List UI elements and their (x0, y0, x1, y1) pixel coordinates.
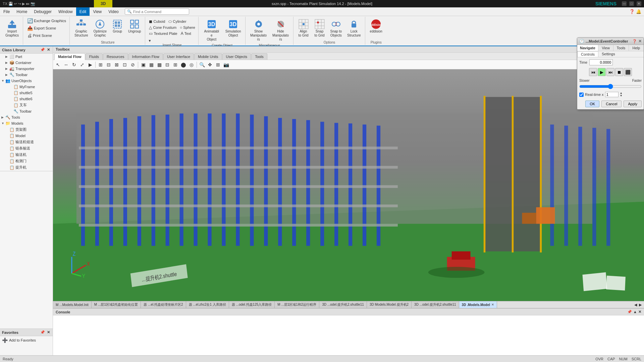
tree-item-part[interactable]: ▶⬜Part (0, 54, 53, 60)
tree-item-models[interactable]: ▼📁Models (0, 120, 53, 126)
console-pin-icon[interactable]: 📌 (627, 310, 632, 314)
help-icon[interactable]: ❓ (629, 9, 635, 14)
menu-view[interactable]: View (90, 7, 105, 16)
tab-tools[interactable]: Tools (251, 53, 267, 60)
graphic-structure-button[interactable]: GraphicStructure (72, 17, 90, 39)
tree-item-myframe[interactable]: 📋MyFrame (0, 84, 53, 90)
tree-item-toolbar[interactable]: ▶🔧Toolbar (0, 72, 53, 78)
play-btn[interactable]: ▶ (87, 61, 94, 68)
ec-apply-button[interactable]: Apply (624, 101, 642, 107)
maximize-button[interactable]: □ (629, 1, 634, 6)
quick-access-icons[interactable]: TX 💾 ↩ ↪ ▶ ⏭ 📷 (3, 2, 35, 6)
rotate-tool-btn[interactable]: ↻ (70, 61, 78, 68)
snap-to-objects-button[interactable]: Snap toObjects (328, 17, 344, 39)
animatable-object-button[interactable]: 3D AnimatableObject (201, 17, 222, 43)
align-to-grid-button[interactable]: Alignto Grid (296, 17, 311, 39)
sidebar-pin-icon[interactable]: 📌 (40, 47, 46, 52)
sidebar-close-icon[interactable]: ✕ (46, 47, 51, 52)
minimize-button[interactable]: — (622, 1, 627, 6)
btab-path2[interactable]: 器 ...odel.托盘125入库路径 (229, 301, 275, 308)
add-to-favorites-button[interactable]: ➕ Add to Favorites (0, 336, 53, 344)
sphere-button[interactable]: ○ Sphere (179, 25, 196, 30)
view3-btn[interactable]: ▩ (156, 61, 163, 68)
tree-item-shuttle5[interactable]: 📋shuttle5 (0, 90, 53, 96)
btab-scroll-right[interactable]: ▶ (638, 303, 643, 307)
group-button[interactable]: Group (110, 17, 125, 35)
grid-btn[interactable]: ⊞ (214, 61, 222, 68)
cylinder-button[interactable]: ⬭ Cylinder (167, 19, 187, 24)
ec-close-button[interactable]: ✕ (638, 39, 642, 44)
pan-btn[interactable]: ✥ (206, 61, 214, 68)
menu-file[interactable]: File (0, 7, 13, 16)
path-btn[interactable]: ⊘ (129, 61, 137, 68)
tree-item-chain[interactable]: 📋链条输送 (0, 145, 53, 152)
ec-reset-button[interactable]: ⬛ (624, 68, 632, 76)
zoom-btn[interactable]: 🔍 (198, 61, 206, 68)
view5-btn[interactable]: ⊞ (172, 61, 179, 68)
tree-item-forklift[interactable]: 📋叉车 (0, 102, 53, 108)
tree-item-transporter[interactable]: ▶🚛Transporter (0, 66, 53, 72)
btab-3d-shuttle11b[interactable]: 3D ...odel.提升机2.shuttle11 (412, 301, 459, 308)
btab-3d-lift[interactable]: 3D Models.Model.提升机2 (367, 301, 412, 308)
ec-fastforward-button[interactable]: ⏭ (606, 68, 614, 76)
tree-item-pallet[interactable]: 📋托盘 (0, 171, 53, 171)
view1-btn[interactable]: ▣ (140, 61, 147, 68)
tab-user-objects[interactable]: User Objects (222, 53, 251, 60)
edddision-button[interactable]: eddision eddision (368, 17, 384, 35)
tree-item-detect[interactable]: 📋检测门 (0, 158, 53, 164)
console-close-icon[interactable]: ✕ (638, 310, 641, 314)
view2-btn[interactable]: ▦ (148, 61, 155, 68)
tab-mobile-units[interactable]: Mobile Units (194, 53, 222, 60)
cone-frustum-button[interactable]: △ Cone Frustum (148, 25, 177, 30)
waypoint-btn[interactable]: ⊟ (105, 61, 112, 68)
tab-fluids[interactable]: Fluids (86, 53, 103, 60)
frame-btn[interactable]: ⊞ (97, 61, 104, 68)
ec-nav-view[interactable]: View (598, 45, 613, 51)
tree-item-container[interactable]: ▶📦Container (0, 60, 53, 66)
ec-help-icon[interactable]: ❓ (632, 39, 637, 44)
ec-nav-tools[interactable]: Tools (613, 45, 629, 51)
camera-btn[interactable]: 📷 (222, 61, 230, 68)
text-button[interactable]: A Text (180, 31, 192, 36)
btab-sort[interactable]: 器 ...el.托盘处理坐标片区2 (141, 301, 186, 308)
ec-rewind-button[interactable]: ⏮ (589, 68, 597, 76)
tab-information-flow[interactable]: Information Flow (128, 53, 163, 60)
btab-scroll-left[interactable]: ◀ (633, 303, 638, 307)
tree-item-toolbar2[interactable]: 🔧Toolbar (0, 108, 53, 114)
menu-window[interactable]: Window (55, 7, 76, 16)
ec-realtime-checkbox[interactable] (579, 93, 584, 97)
ec-realtime-spin[interactable]: ▲▼ (620, 92, 623, 97)
notification-icon[interactable]: 🔔 (636, 9, 641, 14)
menu-video[interactable]: Video (105, 7, 122, 16)
favorites-close-icon[interactable]: ✕ (46, 330, 51, 335)
show-manipulators-button[interactable]: ShowManipulators (248, 17, 269, 43)
view6-btn[interactable]: ⬤ (180, 61, 187, 68)
ungroup-button[interactable]: Ungroup (126, 17, 143, 35)
tree-item-shuttle6[interactable]: 📋shuttle6 (0, 96, 53, 102)
tab-resources[interactable]: Resources (103, 53, 128, 60)
textured-plate-button[interactable]: ▭ Textured Plate (148, 31, 178, 36)
ec-sub-settings[interactable]: Settings (598, 51, 619, 57)
export-scene-button[interactable]: 📤 Export Scene (26, 25, 67, 32)
btab-path1[interactable]: 器 ...el.zhc2去1 入库路径 (186, 301, 229, 308)
lock-structure-button[interactable]: LockStructure (345, 17, 363, 39)
console-up-icon[interactable]: ▲ (633, 310, 637, 314)
ec-speed-slider[interactable] (579, 84, 642, 89)
tree-item-lift[interactable]: 📋提升机 (0, 164, 53, 171)
btab-init[interactable]: M ...Models.Model.Init (53, 301, 92, 308)
tree-item-shelf[interactable]: 📋货架图 (0, 126, 53, 133)
tree-item-userobjects[interactable]: ▼👥UserObjects (0, 78, 53, 84)
connect-btn[interactable]: ⊠ (113, 61, 120, 68)
tree-item-model[interactable]: 📋Model (0, 133, 53, 139)
cuboid-button[interactable]: ◼ Cuboid (148, 19, 166, 24)
ec-nav-help[interactable]: Help (629, 45, 644, 51)
ec-realtime-input[interactable] (605, 92, 619, 97)
hide-manipulators-button[interactable]: HideManipulators (270, 17, 291, 43)
find-command-input[interactable] (133, 10, 187, 14)
view4-btn[interactable]: ⊟ (164, 61, 171, 68)
tab-material-flow[interactable]: Material Flow (54, 53, 85, 60)
simulation-object-button[interactable]: 3D SimulationObject (223, 17, 243, 39)
scale-tool-btn[interactable]: ⤢ (78, 61, 86, 68)
ec-cancel-button[interactable]: Cancel (601, 101, 622, 107)
optimize-graphic-button[interactable]: OptimizeGraphic (92, 17, 109, 39)
